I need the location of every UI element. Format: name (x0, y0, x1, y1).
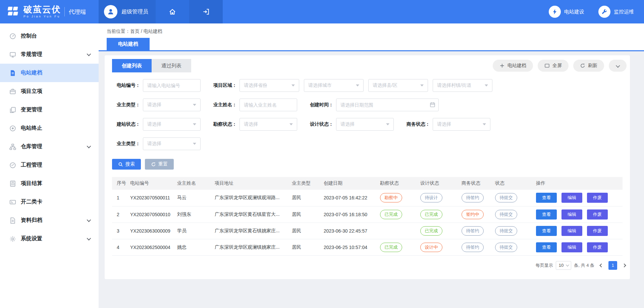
build-status-select[interactable]: 请选择 (143, 118, 201, 131)
view-button[interactable]: 查看 (536, 242, 557, 252)
content-card: 创建列表通过列表 电站建档 全屏 刷新 电站编号：项目区域： (105, 55, 630, 279)
cell-address: 广东深圳龙华区黄石镇姚家庄... (212, 223, 289, 239)
sidebar-item-label: 工程管理 (21, 162, 42, 169)
page-size-select[interactable]: 10 (556, 261, 571, 270)
sidebar-item-data-archive[interactable]: 资料归档 (0, 211, 99, 230)
filter-form: 电站编号：项目区域： 请选择省份 请选择城市 请选择县/区 请选择村镇/街道 (105, 72, 630, 150)
filter-row: 建站状态： 请选择 勘察状态： 请选择 设计状态： 请选择 商务状态： 请选择 (112, 118, 630, 131)
status-badge: 已完成 (380, 210, 402, 219)
refresh-button[interactable]: 刷新 (573, 60, 604, 72)
business-status-select[interactable]: 请选择 (433, 118, 490, 131)
chevron-down-icon (87, 236, 91, 241)
sidebar-item-station-termination[interactable]: 电站终止 (0, 119, 99, 137)
cell-owner-name: 刘强东 (174, 206, 212, 223)
city-select[interactable]: 请选择城市 (304, 79, 364, 92)
select-placeholder: 请选择 (437, 121, 480, 127)
edit-button[interactable]: 编辑 (561, 226, 582, 236)
sidebar-item-label: 电站建档 (21, 69, 42, 76)
sidebar-item-label: 系统设置 (21, 235, 42, 242)
sidebar-item-warehouse-management[interactable]: 仓库管理 (0, 137, 99, 156)
filter-label: 业主姓名： (209, 102, 237, 108)
status-badge: 已完成 (420, 226, 442, 236)
sidebar-item-change-management[interactable]: 变更管理 (0, 101, 99, 119)
survey-status-select[interactable]: 请选择 (239, 118, 297, 131)
prev-page-button[interactable] (597, 261, 606, 270)
cell-created: 2023-06-30 22:45:57 (321, 223, 377, 239)
design-status-select[interactable]: 请选择 (336, 118, 394, 131)
column-header: 创建日期 (321, 177, 377, 190)
sidebar-item-label: 控制台 (21, 33, 37, 40)
edit-button[interactable]: 编辑 (561, 209, 582, 220)
tab-create-list[interactable]: 创建列表 (112, 59, 152, 72)
fullscreen-button[interactable]: 全屏 (538, 60, 569, 72)
search-button[interactable]: 搜索 (112, 159, 141, 170)
caret-down-icon (356, 84, 359, 86)
station-code-input[interactable] (143, 79, 201, 92)
void-button[interactable]: 作废 (587, 209, 608, 220)
filter-label: 业主类型： (112, 102, 140, 108)
column-header: 操作 (533, 177, 623, 190)
chevron-down-icon (87, 144, 91, 148)
user-menu[interactable]: 超级管理员 (99, 0, 156, 23)
logout-button[interactable] (189, 0, 223, 23)
owner-type-select[interactable]: 请选择 (143, 99, 201, 111)
create-time-range-input[interactable] (336, 99, 439, 111)
status-badge: 待提交 (495, 193, 517, 202)
next-page-button[interactable] (620, 261, 629, 270)
column-header: 状态 (492, 177, 533, 190)
caret-down-icon (483, 123, 486, 125)
owner-type-select-2[interactable]: 请选择 (143, 137, 201, 150)
cell-status: 待提交 (492, 223, 533, 239)
edit-button[interactable]: 编辑 (561, 242, 582, 252)
table-row: 4 YX2023062500004 姚忠 广东深圳龙华区观澜镇姚家庄... 居民… (112, 239, 623, 255)
owner-name-input[interactable] (239, 99, 297, 111)
cell-index: 1 (112, 190, 127, 206)
void-button[interactable]: 作废 (587, 242, 608, 252)
cell-address: 广东深圳龙华区观澜镇姚家庄... (212, 239, 289, 255)
collapse-button[interactable] (609, 60, 627, 72)
cell-address: 广东深圳龙华区黄石镇星官大... (212, 206, 289, 223)
sidebar-item-station-archive[interactable]: 电站建档 (0, 64, 99, 82)
void-button[interactable]: 作废 (587, 193, 608, 203)
chevron-down-icon (616, 63, 620, 68)
view-button[interactable]: 查看 (536, 209, 557, 220)
caret-down-icon (420, 84, 424, 86)
column-header: 电站编号 (127, 177, 174, 190)
sidebar-item-engineering-management[interactable]: 工程管理 (0, 156, 99, 174)
home-button[interactable] (156, 0, 189, 23)
header-nav: 电站建设 监控运维 (549, 0, 644, 23)
cell-status: 待提交 (492, 190, 533, 206)
header-nav-monitor-ops[interactable]: 监控运维 (598, 6, 634, 18)
sidebar-item-system-settings[interactable]: 系统设置 (0, 230, 99, 248)
tab-passed-list[interactable]: 通过列表 (152, 59, 191, 72)
town-select[interactable]: 请选择村镇/街道 (433, 79, 492, 92)
header-nav-station-build[interactable]: 电站建设 (549, 6, 584, 18)
sidebar-item-project-initiation[interactable]: 项目立项 (0, 82, 99, 101)
cell-index: 4 (112, 239, 127, 255)
cell-created: 2023-07-05 16:18:50 (321, 206, 377, 223)
reset-button[interactable]: 重置 (145, 159, 174, 170)
edit-button[interactable]: 编辑 (561, 193, 582, 203)
logo-title: 破茧云伏 (23, 5, 61, 14)
province-select[interactable]: 请选择省份 (239, 79, 299, 92)
cell-created: 2023-06-25 10:57:04 (321, 239, 377, 255)
sidebar-item-project-settlement[interactable]: 项目结算 (0, 174, 99, 193)
void-button[interactable]: 作废 (587, 226, 608, 236)
current-page[interactable]: 1 (608, 261, 617, 270)
station-table: 序号电站编号业主姓名项目地址业主类型创建日期勘察状态设计状态商务状态状态操作 1… (112, 177, 623, 256)
card-icon (9, 199, 16, 205)
page-tab-station-archive[interactable]: 电站建档 (107, 38, 150, 50)
wrench-icon (598, 6, 610, 18)
county-select[interactable]: 请选择县/区 (368, 79, 428, 92)
sidebar-item-second-type-card[interactable]: 开二类卡 (0, 193, 99, 211)
sidebar-item-general-management[interactable]: 常规管理 (0, 45, 99, 64)
chevron-right-icon (622, 263, 626, 267)
create-time-range[interactable] (336, 99, 439, 111)
view-button[interactable]: 查看 (536, 226, 557, 236)
add-station-button[interactable]: 电站建档 (493, 60, 533, 72)
caret-down-icon (193, 104, 196, 106)
monitor-icon (9, 51, 16, 58)
sidebar-item-dashboard[interactable]: 控制台 (0, 27, 99, 45)
sidebar-item-label: 开二类卡 (21, 198, 42, 205)
view-button[interactable]: 查看 (536, 193, 557, 203)
